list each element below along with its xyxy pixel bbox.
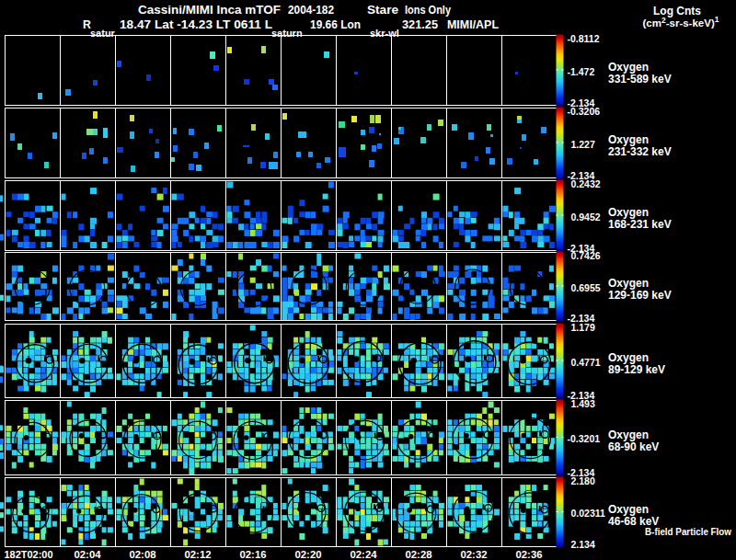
svg-text:skr-wl: skr-wl	[370, 28, 399, 39]
svg-text:Oxygen: Oxygen	[608, 206, 649, 219]
svg-text:2004-182: 2004-182	[288, 4, 334, 17]
svg-text:Oxygen: Oxygen	[608, 61, 649, 74]
svg-text:saturn: saturn	[271, 28, 303, 39]
svg-text:02:12: 02:12	[185, 549, 212, 560]
svg-text:Cassini/MIMI Inca mTOF: Cassini/MIMI Inca mTOF	[138, 4, 282, 17]
svg-text:Ions Only: Ions Only	[405, 4, 451, 17]
svg-text:-0.3206: -0.3206	[568, 106, 601, 117]
svg-text:02:24: 02:24	[351, 549, 378, 560]
svg-text:02:20: 02:20	[295, 549, 322, 560]
svg-text:02:08: 02:08	[130, 549, 156, 560]
svg-text:168-231 keV: 168-231 keV	[608, 218, 672, 231]
svg-text:2.180: 2.180	[571, 475, 595, 486]
svg-text:MIMI/APL: MIMI/APL	[447, 18, 499, 31]
svg-text:02:36: 02:36	[516, 549, 543, 560]
svg-text:182T02:00: 182T02:00	[5, 549, 53, 560]
svg-text:19.66 Lon: 19.66 Lon	[310, 18, 361, 31]
svg-text:68-90 keV: 68-90 keV	[608, 440, 659, 453]
svg-text:129-169 keV: 129-169 keV	[608, 289, 672, 302]
svg-text:Oxygen: Oxygen	[608, 503, 649, 516]
svg-text:0.9452: 0.9452	[571, 211, 601, 223]
svg-text:Oxygen: Oxygen	[608, 429, 649, 441]
svg-text:(cm2-sr-s-keV)1: (cm2-sr-s-keV)1	[643, 15, 719, 29]
svg-text:231-332 keV: 231-332 keV	[608, 145, 672, 158]
svg-text:B-field Particle Flow: B-field Particle Flow	[645, 526, 732, 537]
svg-text:0.6955: 0.6955	[571, 282, 601, 293]
svg-text:321.25: 321.25	[402, 18, 438, 31]
svg-text:0.2432: 0.2432	[571, 178, 601, 189]
svg-text:1.227: 1.227	[571, 139, 595, 150]
svg-text:Oxygen: Oxygen	[608, 277, 649, 290]
svg-text:02:32: 02:32	[461, 549, 488, 560]
svg-text:-1.472: -1.472	[568, 66, 595, 77]
svg-text:2.134: 2.134	[571, 539, 595, 550]
svg-text:0.4771: 0.4771	[571, 357, 601, 368]
svg-text:18.47 Lat -14.23 LT 0611 L: 18.47 Lat -14.23 LT 0611 L	[120, 18, 273, 31]
svg-text:02:04: 02:04	[75, 549, 102, 560]
svg-text:0.02311: 0.02311	[571, 508, 606, 519]
svg-text:-0.3201: -0.3201	[568, 433, 601, 444]
svg-text:Oxygen: Oxygen	[608, 351, 649, 364]
svg-text:satur: satur	[90, 28, 116, 39]
svg-text:89-129 keV: 89-129 keV	[608, 363, 665, 376]
svg-text:-0.8112: -0.8112	[568, 33, 600, 44]
svg-text:1.179: 1.179	[571, 322, 595, 333]
svg-text:02:28: 02:28	[406, 549, 432, 560]
svg-text:Stare: Stare	[367, 4, 398, 17]
svg-text:Oxygen: Oxygen	[608, 133, 649, 146]
svg-text:0.7426: 0.7426	[571, 250, 601, 261]
svg-text:1.493: 1.493	[571, 398, 595, 409]
svg-text:331-589 keV: 331-589 keV	[608, 73, 672, 86]
svg-text:02:16: 02:16	[240, 549, 267, 560]
svg-text:Log Cnts: Log Cnts	[653, 5, 701, 17]
